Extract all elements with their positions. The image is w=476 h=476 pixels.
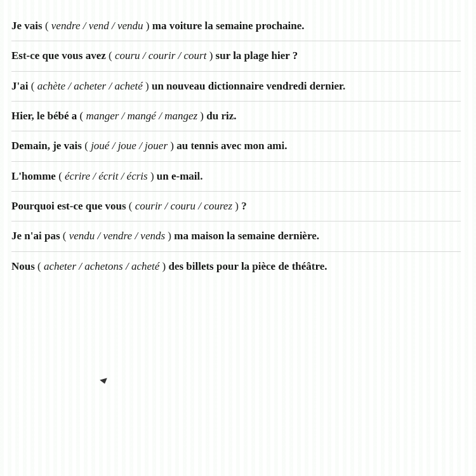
- sentence-item: Je vais ( vendre / vend / vendu ) ma voi…: [11, 11, 461, 41]
- sentence-item: Je n'ai pas ( vendu / vendre / vends ) m…: [11, 221, 461, 251]
- sentence-after: un nouveau dictionnaire vendredi dernier…: [152, 80, 345, 92]
- sentence-before: Je n'ai pas: [11, 230, 63, 242]
- sentence-item: Est-ce que vous avez ( couru / courir / …: [11, 41, 461, 71]
- sentence-choices: manger / mangé / mangez: [86, 110, 197, 122]
- sentence-before: Hier, le bébé a: [11, 110, 80, 122]
- sentence-after: ma voiture la semaine prochaine.: [152, 20, 305, 32]
- sentence-item: J'ai ( achète / acheter / acheté ) un no…: [11, 72, 461, 102]
- sentence-before: Pourquoi est-ce que vous: [11, 200, 129, 212]
- sentence-before: L'homme: [11, 170, 58, 182]
- sentence-choices: joué / joue / jouer: [91, 140, 168, 152]
- sentence-choices: vendre / vend / vendu: [51, 20, 143, 32]
- sentence-before: Demain, je vais: [11, 140, 84, 152]
- sentence-item: Hier, le bébé a ( manger / mangé / mange…: [11, 102, 461, 131]
- exercise-page: Je vais ( vendre / vend / vendu ) ma voi…: [0, 0, 476, 476]
- sentence-choices: écrire / écrit / écris: [65, 170, 148, 182]
- sentence-before: J'ai: [11, 80, 31, 92]
- sentence-item: Pourquoi est-ce que vous ( courir / cour…: [11, 192, 461, 221]
- sentence-choices: acheter / achetons / acheté: [44, 260, 159, 272]
- sentence-item: Nous ( acheter / achetons / acheté ) des…: [11, 252, 461, 281]
- sentence-choices: couru / courir / court: [115, 50, 207, 62]
- sentence-after: ?: [241, 200, 247, 212]
- sentence-after: ma maison la semaine dernière.: [174, 230, 319, 242]
- sentence-choices: achète / acheter / acheté: [37, 80, 143, 92]
- sentence-before: Je vais: [11, 20, 45, 32]
- sentence-item: Demain, je vais ( joué / joue / jouer ) …: [11, 131, 461, 161]
- sentence-item: L'homme ( écrire / écrit / écris ) un e-…: [11, 162, 461, 192]
- sentence-after: sur la plage hier ?: [216, 50, 298, 62]
- mouse-cursor: [100, 378, 109, 385]
- sentence-before: Nous: [11, 260, 37, 272]
- sentence-choices: courir / couru / courez: [135, 200, 232, 212]
- sentence-after: du riz.: [206, 110, 236, 122]
- sentence-after: au tennis avec mon ami.: [176, 140, 287, 152]
- sentence-after: un e-mail.: [157, 170, 203, 182]
- sentence-before: Est-ce que vous avez: [11, 50, 109, 62]
- sentence-choices: vendu / vendre / vends: [69, 230, 165, 242]
- sentence-after: des billets pour la pièce de théâtre.: [168, 260, 327, 272]
